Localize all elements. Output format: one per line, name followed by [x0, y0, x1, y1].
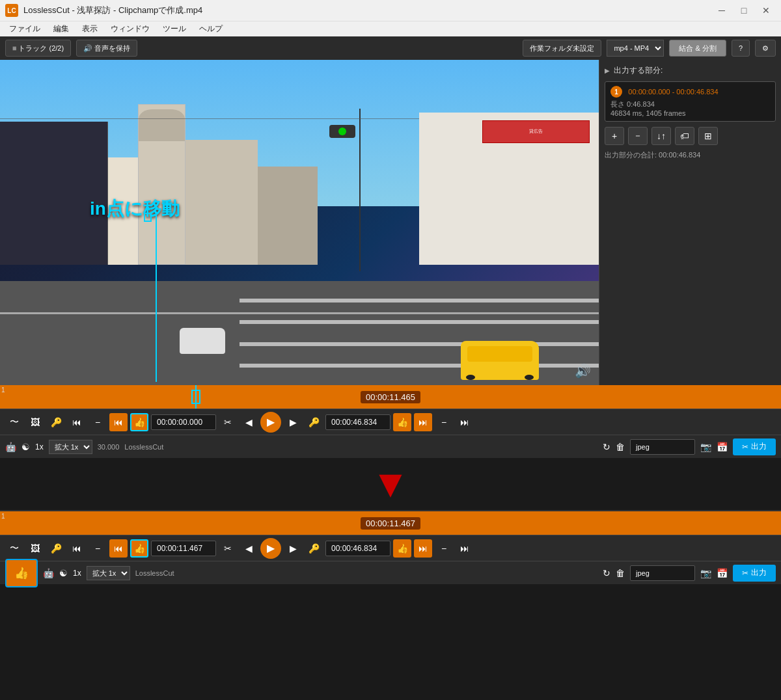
out-point-thumb-button-bottom[interactable]: 👍: [393, 539, 411, 558]
step-back-button[interactable]: −: [89, 413, 107, 431]
next-keyframe-button[interactable]: ⏭: [414, 413, 432, 431]
panel-arrow-icon: ▶: [605, 67, 610, 74]
volume-icon[interactable]: 🔊: [575, 363, 591, 379]
frame-left-button[interactable]: ◀: [240, 413, 258, 431]
menu-edit[interactable]: 編集: [47, 22, 75, 36]
street-scene: 貸広告: [0, 60, 599, 385]
titlebar: LC LosslessCut - 浅草探訪 - Clipchampで作成.mp4…: [0, 0, 781, 21]
timeline-top-area: 1 00:00:11.465 〜 🖼 🔑 ⏮ − ⏮ 👍 00:00:00.00…: [0, 385, 781, 458]
panel-header-label: 出力する部分:: [614, 65, 663, 76]
zoom-select-bottom[interactable]: 拡大 1x: [87, 566, 130, 580]
output-button-top[interactable]: ✂ 出力: [733, 438, 776, 455]
timeline-cursor-top: [195, 385, 197, 409]
yin-button-bottom[interactable]: ☯: [59, 568, 68, 578]
skip-end-button-bottom[interactable]: ⏭: [456, 539, 474, 558]
step-fwd-button-bottom[interactable]: −: [435, 539, 453, 558]
menu-window[interactable]: ウィンドウ: [104, 22, 156, 36]
thumb-goto-button[interactable]: 👍: [5, 559, 38, 587]
close-button[interactable]: ✕: [756, 4, 776, 17]
segment-number: 1: [610, 86, 622, 98]
speed-label-top: 1x: [35, 442, 44, 451]
trash-button-bottom[interactable]: 🗑: [616, 568, 625, 578]
time-in-display-bottom: 00:00:11.467: [151, 541, 216, 556]
timeline-time-bottom: 00:00:11.467: [361, 517, 420, 530]
maximize-button[interactable]: □: [734, 4, 754, 17]
output-icon-top: ✂: [742, 442, 748, 451]
rotate-button-bottom[interactable]: ↻: [603, 568, 610, 578]
frame-left-button-bottom[interactable]: ◀: [240, 539, 258, 558]
menu-file[interactable]: ファイル: [3, 22, 47, 36]
app-label-bottom: LosslessCut: [135, 569, 174, 577]
prev-keyframe-button[interactable]: ⏮: [109, 413, 128, 431]
help-button[interactable]: ?: [732, 40, 750, 57]
building-left: [0, 122, 108, 265]
menu-tools[interactable]: ツール: [156, 22, 193, 36]
grid-button[interactable]: ⊞: [698, 127, 718, 145]
timeline-top-bar[interactable]: 1 00:00:11.465: [0, 385, 781, 409]
robot-button-top[interactable]: 🤖: [5, 442, 16, 452]
scissors-button-top[interactable]: ✂: [219, 413, 237, 431]
workspace-button[interactable]: 作業フォルダ未設定: [523, 40, 601, 57]
add-segment-button[interactable]: +: [605, 127, 624, 145]
building-4: [185, 140, 257, 265]
in-point-thumb-button[interactable]: 👍: [130, 413, 148, 431]
app-label-top: LosslessCut: [124, 443, 163, 451]
screenshot-button[interactable]: 🖼: [26, 413, 44, 431]
action-button[interactable]: 結合 & 分割: [669, 40, 726, 57]
building-right: 貸広告: [419, 113, 599, 265]
panel-buttons: + － ↓↑ 🏷 ⊞: [605, 127, 776, 145]
format-select[interactable]: mp4 - MP4: [607, 40, 664, 57]
frame-right-button[interactable]: ▶: [284, 413, 302, 431]
yin-button-top[interactable]: ☯: [21, 442, 30, 452]
next-keyframe-button-bottom[interactable]: ⏭: [414, 539, 432, 558]
menu-view[interactable]: 表示: [75, 22, 104, 36]
road: [0, 281, 599, 385]
scissors-button-bottom[interactable]: ✂: [219, 539, 237, 558]
jpeg-format-bottom: jpeg: [630, 565, 695, 581]
video-panel: 貸広告: [0, 60, 599, 385]
trash-button-top[interactable]: 🗑: [616, 442, 625, 452]
skip-start-button-bottom[interactable]: ⏮: [68, 539, 86, 558]
robot-button-bottom[interactable]: 🤖: [43, 568, 54, 578]
step-fwd-button[interactable]: −: [435, 413, 453, 431]
settings-button[interactable]: ⚙: [755, 40, 776, 57]
out-point-thumb-button[interactable]: 👍: [393, 413, 411, 431]
track-number-top: 1: [1, 386, 5, 394]
output-button-bottom[interactable]: ✂ 出力: [733, 565, 776, 582]
waveform-button[interactable]: 〜: [5, 413, 23, 431]
step-back-button-bottom[interactable]: −: [89, 539, 107, 558]
zoom-select-top[interactable]: 拡大 1x: [49, 440, 92, 454]
menubar: ファイル 編集 表示 ウィンドウ ツール ヘルプ: [0, 21, 781, 36]
screenshot-button-bottom[interactable]: 🖼: [26, 539, 44, 558]
key2-button-bottom[interactable]: 🔑: [305, 539, 323, 558]
taxi: [461, 341, 539, 380]
calendar-button-top[interactable]: 📅: [717, 442, 728, 452]
key2-button[interactable]: 🔑: [305, 413, 323, 431]
frame-right-button-bottom[interactable]: ▶: [284, 539, 302, 558]
skip-start-button[interactable]: ⏮: [68, 413, 86, 431]
skip-end-button[interactable]: ⏭: [456, 413, 474, 431]
camera-button-top[interactable]: 📷: [700, 442, 711, 452]
output-label-top: 出力: [751, 441, 767, 452]
audio-button[interactable]: 🔊 音声を保持: [76, 40, 137, 57]
prev-keyframe-button-bottom[interactable]: ⏮: [109, 539, 128, 558]
tracks-button[interactable]: ≡ トラック (2/2): [5, 40, 71, 57]
minimize-button[interactable]: ─: [712, 4, 732, 17]
tag-segment-button[interactable]: 🏷: [675, 127, 694, 145]
reorder-segment-button[interactable]: ↓↑: [651, 127, 671, 145]
menu-help[interactable]: ヘルプ: [193, 22, 229, 36]
key-button[interactable]: 🔑: [47, 413, 65, 431]
waveform-button-bottom[interactable]: 〜: [5, 539, 23, 558]
in-point-thumb-button-bottom[interactable]: 👍: [130, 539, 148, 558]
rotate-button-top[interactable]: ↻: [603, 442, 610, 452]
segment-time-range: 00:00:00.000 - 00:00:46.834: [628, 88, 718, 96]
building-3: [138, 104, 186, 265]
camera-button-bottom[interactable]: 📷: [700, 568, 711, 578]
remove-segment-button[interactable]: －: [628, 127, 648, 145]
play-button-top[interactable]: ▶: [260, 412, 281, 433]
calendar-button-bottom[interactable]: 📅: [717, 568, 728, 578]
play-button-bottom[interactable]: ▶: [260, 538, 281, 559]
key-button-bottom[interactable]: 🔑: [47, 539, 65, 558]
timeline-bottom-bar[interactable]: 1 00:00:11.467: [0, 511, 781, 535]
output-icon-bottom: ✂: [742, 569, 748, 578]
